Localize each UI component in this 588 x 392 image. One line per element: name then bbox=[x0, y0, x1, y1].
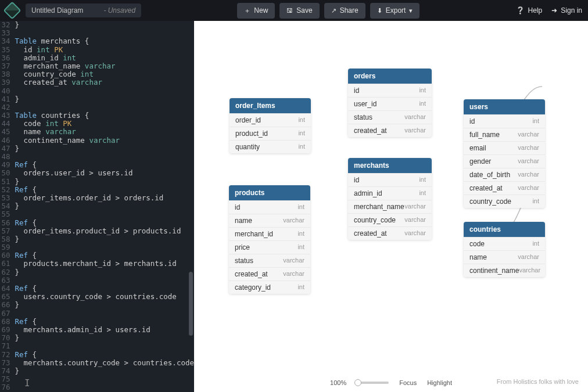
signin-button[interactable]: ➜Sign in bbox=[551, 6, 582, 15]
table-header[interactable]: order_Items bbox=[230, 98, 311, 113]
table-header[interactable]: merchants bbox=[348, 158, 432, 173]
code-area[interactable]: }Table merchants { id int PK admin_id in… bbox=[13, 21, 194, 391]
table-column[interactable]: full_namevarchar bbox=[464, 128, 545, 141]
table-column[interactable]: order_idint bbox=[230, 113, 311, 127]
table-column[interactable]: created_atvarchar bbox=[348, 226, 432, 240]
save-status: - Unsaved bbox=[103, 6, 135, 15]
table-header[interactable]: orders bbox=[348, 69, 432, 84]
highlight-button[interactable]: Highlight bbox=[427, 379, 452, 386]
table-header[interactable]: products bbox=[229, 185, 310, 200]
table-column[interactable]: statusvarchar bbox=[348, 110, 432, 124]
text-cursor-icon: I bbox=[24, 377, 30, 389]
table-column[interactable]: namevarchar bbox=[464, 250, 545, 264]
table-column[interactable]: priceint bbox=[229, 240, 310, 254]
plus-icon: ＋ bbox=[244, 6, 250, 15]
download-icon: ⬇ bbox=[377, 7, 382, 15]
chevron-down-icon: ▾ bbox=[409, 7, 413, 15]
editor-scrollbar[interactable] bbox=[189, 21, 193, 392]
scrollbar-thumb[interactable] bbox=[189, 272, 193, 336]
table-column[interactable]: admin_idint bbox=[348, 186, 432, 200]
table-orders[interactable]: ordersidintuser_idintstatusvarcharcreate… bbox=[348, 69, 432, 137]
table-column[interactable]: created_atvarchar bbox=[348, 124, 432, 137]
share-icon: ↗ bbox=[331, 7, 336, 15]
diagram-title-area[interactable]: Untitled Diagram - Unsaved bbox=[26, 3, 141, 17]
table-column[interactable]: idint bbox=[348, 173, 432, 186]
logo-icon bbox=[3, 1, 21, 19]
table-column[interactable]: idint bbox=[348, 84, 432, 97]
signin-icon: ➜ bbox=[551, 6, 557, 15]
line-gutter: 3233343536373839404142434445464748495051… bbox=[0, 21, 13, 391]
table-users[interactable]: usersidintfull_namevarcharemailvarcharge… bbox=[464, 99, 545, 208]
help-icon: ❔ bbox=[516, 6, 525, 15]
table-column[interactable]: quantityint bbox=[230, 140, 311, 153]
table-column[interactable]: idint bbox=[464, 114, 545, 128]
credit-text: From Holistics folks with love bbox=[497, 378, 579, 385]
code-editor[interactable]: 3233343536373839404142434445464748495051… bbox=[0, 21, 194, 392]
topbar: Untitled Diagram - Unsaved ＋New 🖫Save ↗S… bbox=[0, 0, 588, 21]
help-button[interactable]: ❔Help bbox=[516, 6, 543, 15]
diagram-title: Untitled Diagram bbox=[31, 6, 83, 15]
table-column[interactable]: user_idint bbox=[348, 97, 432, 110]
table-column[interactable]: country_codevarchar bbox=[348, 213, 432, 226]
new-button[interactable]: ＋New bbox=[237, 3, 275, 19]
table-column[interactable]: codeint bbox=[464, 237, 545, 250]
table-column[interactable]: merchant_namevarchar bbox=[348, 200, 432, 213]
table-column[interactable]: created_atvarchar bbox=[229, 267, 310, 280]
table-order_Items[interactable]: order_Itemsorder_idintproduct_idintquant… bbox=[230, 98, 311, 153]
table-column[interactable]: namevarchar bbox=[229, 214, 310, 227]
table-column[interactable]: statusvarchar bbox=[229, 254, 310, 267]
share-button[interactable]: ↗Share bbox=[324, 3, 365, 19]
table-column[interactable]: merchant_idint bbox=[229, 227, 310, 240]
table-column[interactable]: category_idint bbox=[229, 280, 310, 294]
zoom-knob[interactable] bbox=[354, 379, 361, 386]
focus-button[interactable]: Focus bbox=[399, 379, 417, 386]
zoom-slider[interactable] bbox=[357, 382, 389, 384]
table-header[interactable]: countries bbox=[464, 222, 545, 237]
table-column[interactable]: emailvarchar bbox=[464, 141, 545, 154]
export-button[interactable]: ⬇Export▾ bbox=[370, 3, 420, 19]
zoom-label: 100% bbox=[330, 379, 346, 386]
save-button[interactable]: 🖫Save bbox=[279, 3, 319, 19]
table-column[interactable]: date_of_birthvarchar bbox=[464, 168, 545, 181]
table-column[interactable]: continent_namevarchar bbox=[464, 264, 545, 277]
table-column[interactable]: gendervarchar bbox=[464, 154, 545, 168]
table-column[interactable]: idint bbox=[229, 200, 310, 214]
table-column[interactable]: country_codeint bbox=[464, 195, 545, 208]
table-column[interactable]: created_atvarchar bbox=[464, 181, 545, 195]
table-column[interactable]: product_idint bbox=[230, 127, 311, 140]
save-icon: 🖫 bbox=[286, 7, 293, 14]
table-header[interactable]: users bbox=[464, 99, 545, 114]
table-products[interactable]: productsidintnamevarcharmerchant_idintpr… bbox=[229, 185, 310, 294]
table-countries[interactable]: countriescodeintnamevarcharcontinent_nam… bbox=[464, 222, 545, 277]
table-merchants[interactable]: merchantsidintadmin_idintmerchant_nameva… bbox=[348, 158, 432, 240]
diagram-canvas[interactable]: order_Itemsorder_idintproduct_idintquant… bbox=[194, 21, 588, 392]
